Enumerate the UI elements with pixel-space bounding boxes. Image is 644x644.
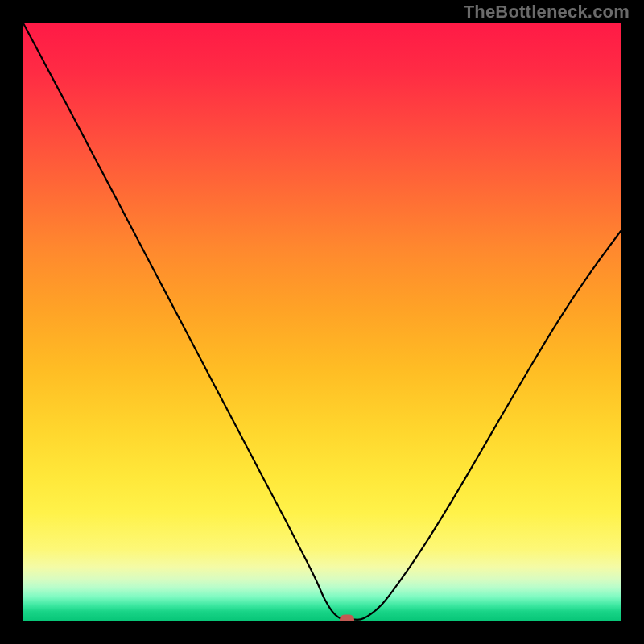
bottleneck-curve: [23, 23, 621, 621]
watermark-text: TheBottleneck.com: [464, 2, 630, 23]
chart-frame: TheBottleneck.com: [0, 0, 644, 644]
optimal-marker: [340, 614, 354, 621]
plot-area: [23, 23, 621, 621]
